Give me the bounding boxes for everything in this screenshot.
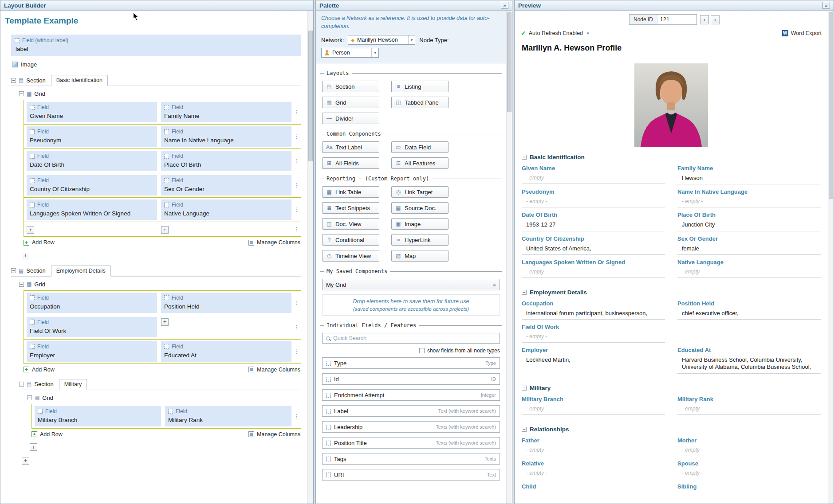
drag-handle-icon[interactable]: ⋮	[293, 109, 300, 115]
palette-button-link-table[interactable]: ▦Link Table	[322, 186, 379, 198]
field-cell[interactable]: FieldOccupation	[27, 293, 157, 313]
field-list-item[interactable]: LeadershipTexts (with keyword search)	[322, 421, 500, 433]
node-id-input[interactable]	[657, 15, 696, 24]
field-list-item[interactable]: Position TitleTexts (with keyword search…	[322, 437, 500, 449]
add-row-button[interactable]: +Add Row	[31, 431, 63, 438]
scrollbar-thumb[interactable]	[507, 12, 511, 112]
drag-handle-icon[interactable]: ⋮	[293, 158, 300, 164]
scrollbar-thumb[interactable]	[829, 12, 833, 199]
palette-button-divider[interactable]: —Divider	[322, 113, 379, 124]
drag-handle-icon[interactable]: ⋮	[293, 324, 300, 330]
add-row-button[interactable]: +Add Row	[24, 239, 55, 246]
palette-button-map[interactable]: ▧Map	[391, 250, 448, 262]
collapse-icon[interactable]: −	[11, 268, 16, 273]
saved-component-my-grid[interactable]: My Grid≡	[322, 279, 500, 290]
field-cell[interactable]: FieldFamily Name	[161, 102, 291, 122]
field-list-item[interactable]: Enrichment AttemptInteger	[322, 389, 500, 401]
field-cell[interactable]: FieldPosition Held	[161, 293, 291, 313]
word-export-button[interactable]: W Word Export	[782, 30, 822, 36]
palette-button-all-features[interactable]: ⊡All Features	[391, 157, 448, 169]
field-cell[interactable]: FieldSex Or Gender	[161, 175, 291, 195]
menu-icon[interactable]: ≡	[492, 281, 496, 288]
layout-builder-scrollbar[interactable]	[307, 11, 313, 504]
drag-handle-icon[interactable]: ⋮	[293, 300, 300, 306]
add-field-button[interactable]: +	[161, 318, 169, 326]
field-cell[interactable]: FieldPlace Of Birth	[161, 151, 291, 171]
section-tab[interactable]: Basic Identification	[51, 75, 108, 86]
field-cell[interactable]: FieldMilitary Rank	[165, 406, 291, 426]
collapse-icon[interactable]: −	[19, 91, 24, 96]
field-without-label-element[interactable]: Field (without label) label	[11, 35, 301, 56]
palette-button-timeline-view[interactable]: ◷Timeline View	[322, 250, 379, 262]
manage-columns-button[interactable]: ▦Manage Columns	[248, 367, 300, 373]
drag-handle-icon[interactable]: ⋮	[293, 133, 300, 140]
field-cell[interactable]: FieldNative Language	[161, 199, 291, 220]
add-element-button[interactable]: +	[22, 252, 29, 259]
manage-columns-button[interactable]: ▦Manage Columns	[248, 431, 300, 438]
preview-scrollbar[interactable]	[828, 11, 834, 504]
section-tab[interactable]: Employment Details	[51, 266, 111, 277]
field-cell[interactable]: FieldEducated At	[161, 341, 291, 362]
drag-handle-icon[interactable]: ⋮	[293, 182, 300, 188]
palette-button-grid[interactable]: ▦Grid	[322, 97, 379, 108]
manage-columns-button[interactable]: ▦Manage Columns	[248, 239, 300, 246]
field-list-item[interactable]: LabelText (with keyword search)	[322, 405, 500, 417]
collapse-preview-button[interactable]: »	[822, 2, 830, 9]
previous-node-button[interactable]: ‹	[700, 15, 709, 24]
palette-button-listing[interactable]: ≡Listing	[391, 81, 448, 92]
collapse-icon[interactable]: −	[19, 282, 24, 287]
collapse-palette-button[interactable]: »	[501, 2, 508, 9]
field-list-item[interactable]: URIText	[322, 469, 500, 481]
node-type-select[interactable]: Person ▾	[321, 48, 379, 58]
field-cell[interactable]: FieldGiven Name	[27, 102, 157, 122]
field-list-item[interactable]: TagsTexts	[322, 453, 500, 465]
field-cell[interactable]: FieldCountry Of Citizenship	[27, 175, 157, 195]
palette-button-conditional[interactable]: ?Conditional	[322, 234, 379, 246]
field-cell[interactable]: FieldEmployer	[27, 341, 157, 362]
collapse-icon[interactable]: −	[522, 386, 527, 391]
palette-button-text-snippets[interactable]: ≣Text Snippets	[322, 202, 379, 214]
drag-handle-icon[interactable]: ⋮	[293, 226, 300, 232]
section-tab[interactable]: Military	[59, 379, 87, 390]
collapse-icon[interactable]: −	[522, 290, 527, 295]
field-cell[interactable]: FieldName In Native Language	[161, 126, 291, 147]
palette-button-section[interactable]: ▤Section	[322, 81, 379, 92]
add-field-button[interactable]: +	[161, 226, 169, 234]
field-list-item[interactable]: IdID	[322, 373, 500, 385]
palette-button-hyperlink[interactable]: ∞HyperLink	[391, 234, 448, 246]
field-cell[interactable]: FieldField Of Work	[27, 317, 157, 337]
drop-zone[interactable]: Drop elements here to save them for futu…	[322, 294, 500, 316]
palette-button-text-label[interactable]: AaText Label	[322, 141, 379, 153]
field-cell[interactable]: FieldPseudonym	[27, 126, 157, 147]
network-select[interactable]: ◆ Marillyn Hewson ▾	[348, 35, 415, 45]
add-field-button[interactable]: +	[27, 226, 34, 234]
add-element-button[interactable]: +	[30, 443, 37, 451]
field-cell[interactable]: FieldMilitary Branch	[35, 406, 161, 426]
palette-scrollbar[interactable]	[506, 11, 512, 504]
collapse-icon[interactable]: −	[11, 78, 16, 83]
palette-button-link-target[interactable]: ◎Link Target	[391, 186, 448, 198]
drag-handle-icon[interactable]: ⋮	[293, 348, 300, 355]
collapse-icon[interactable]: −	[522, 155, 527, 160]
auto-refresh-toggle[interactable]: ✓ Auto Refresh Enabled ▾	[521, 30, 589, 37]
show-all-checkbox[interactable]	[419, 348, 425, 353]
collapse-icon[interactable]: −	[27, 395, 32, 400]
quick-search-input[interactable]	[333, 335, 496, 341]
palette-button-image[interactable]: ▣Image	[391, 218, 448, 230]
add-row-button[interactable]: +Add Row	[24, 367, 55, 373]
field-cell[interactable]: FieldDate Of Birth	[27, 151, 157, 171]
palette-button-data-field[interactable]: ▭Data Field	[391, 141, 448, 153]
field-list-item[interactable]: TypeType	[322, 357, 500, 369]
palette-button-tabbed-pane[interactable]: ◫Tabbed Pane	[391, 97, 448, 108]
drag-handle-icon[interactable]: ⋮	[293, 413, 300, 419]
collapse-icon[interactable]: −	[19, 382, 24, 387]
scrollbar-thumb[interactable]	[308, 31, 313, 161]
palette-button-doc-view[interactable]: ◫Doc. View	[322, 218, 379, 230]
image-element[interactable]: Image	[12, 61, 301, 68]
next-node-button[interactable]: ›	[711, 15, 720, 24]
palette-button-all-fields[interactable]: ⊞All Fields	[322, 157, 379, 169]
collapse-icon[interactable]: −	[522, 427, 527, 432]
field-cell[interactable]: FieldLanguages Spoken Written Or Signed	[27, 199, 157, 220]
drag-handle-icon[interactable]: ⋮	[293, 207, 300, 213]
palette-button-source-doc[interactable]: ▤Source Doc.	[391, 202, 448, 214]
